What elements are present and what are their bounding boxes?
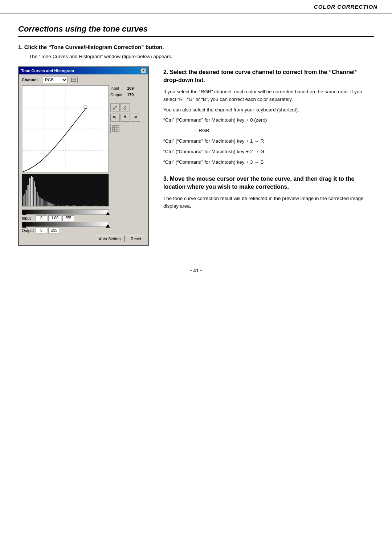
tone-curves-window: Tone Curves and Histogram × Channel RGB … xyxy=(18,66,149,246)
cursor-tool-group xyxy=(110,114,140,122)
output-fields-row: Output xyxy=(22,228,145,233)
input-slider-thumb-left[interactable] xyxy=(22,212,26,215)
curve-area-wrapper: Input 189 Output 170 xyxy=(22,85,145,172)
svg-rect-32 xyxy=(45,201,45,206)
output-slider-thumb-left[interactable] xyxy=(22,224,26,228)
shortcut-line-1: “Ctrl” (“Command” for Macintosh) key + 1… xyxy=(163,138,374,145)
step3-body: The tone curve correction result will be… xyxy=(163,195,374,210)
svg-rect-27 xyxy=(38,196,39,206)
output-value: 170 xyxy=(127,93,134,97)
svg-rect-30 xyxy=(42,199,43,206)
input-slider-wrapper xyxy=(22,209,145,215)
curve-tools: Input 189 Output 170 xyxy=(110,85,140,172)
left-col: Tone Curves and Histogram × Channel RGB … xyxy=(18,66,152,246)
io-input-row: Input 189 xyxy=(110,86,140,90)
auto-setting-button[interactable]: Auto Setting xyxy=(95,236,124,242)
output-slider-track[interactable] xyxy=(22,222,109,227)
curve-canvas xyxy=(22,85,109,172)
cursor-right-tool-btn[interactable] xyxy=(131,114,140,122)
step1-heading: 1. Click the “Tone Curves/Histogram Corr… xyxy=(18,44,374,50)
grid-tool-group xyxy=(110,124,140,133)
output-field-min[interactable] xyxy=(36,228,47,233)
shortcut-line-2: “Ctrl” (“Command” for Macintosh) key + 2… xyxy=(163,148,374,156)
svg-rect-43 xyxy=(62,205,63,206)
input-field-gamma[interactable] xyxy=(48,215,61,221)
svg-rect-41 xyxy=(55,204,56,206)
svg-rect-20 xyxy=(27,185,29,206)
output-field-max[interactable] xyxy=(48,228,60,233)
input-field-max[interactable] xyxy=(62,215,74,221)
reset-button[interactable]: Reset xyxy=(127,236,145,242)
input-slider-track[interactable] xyxy=(22,209,109,215)
svg-rect-46 xyxy=(83,205,87,206)
page-number: - 41 - xyxy=(18,268,374,273)
shortcut-block: “Ctrl” (“Command” for Macintosh) key + 0… xyxy=(163,117,374,166)
svg-rect-12 xyxy=(113,126,119,131)
svg-rect-31 xyxy=(44,200,44,206)
window-title: Tone Curves and Histogram xyxy=(21,69,74,73)
svg-rect-29 xyxy=(41,198,42,206)
svg-rect-21 xyxy=(29,178,30,206)
svg-rect-28 xyxy=(40,197,41,206)
right-col: 2. Select the desired tone curve channel… xyxy=(163,66,374,246)
channel-row: Channel RGB R G B xyxy=(22,77,145,83)
pencil-tool-btn[interactable] xyxy=(110,103,120,111)
step2-section: 2. Select the desired tone curve channel… xyxy=(163,68,374,166)
io-output-row: Output 170 xyxy=(110,93,140,97)
svg-rect-40 xyxy=(53,204,54,206)
step1-body: The “Tone Curves and Histogram” window (… xyxy=(29,53,374,61)
window-close-button[interactable]: × xyxy=(141,68,146,73)
svg-rect-47 xyxy=(94,205,97,206)
svg-rect-22 xyxy=(31,176,32,206)
output-slider-wrapper xyxy=(22,222,145,227)
input-label: Input xyxy=(110,86,126,90)
svg-rect-19 xyxy=(25,190,27,206)
svg-rect-24 xyxy=(34,181,35,206)
svg-rect-38 xyxy=(51,203,52,206)
svg-rect-18 xyxy=(24,194,25,206)
svg-rect-17 xyxy=(23,196,24,206)
input-field-min[interactable] xyxy=(36,215,47,221)
shortcut-arrow-0: → RGB xyxy=(192,127,374,135)
histogram-wrapper xyxy=(22,174,145,208)
histogram-canvas xyxy=(22,174,109,207)
window-body: Channel RGB R G B xyxy=(19,74,148,245)
section-title: Corrections using the tone curves xyxy=(18,24,374,37)
page-content: Corrections using the tone curves 1. Cli… xyxy=(0,13,392,295)
eraser-tool-btn[interactable] xyxy=(121,103,130,111)
svg-rect-44 xyxy=(65,205,69,206)
input-fields-row: Input xyxy=(22,215,145,221)
svg-rect-25 xyxy=(35,187,36,206)
svg-rect-39 xyxy=(52,204,53,206)
page-header: COLOR CORRECTION xyxy=(0,0,392,13)
svg-rect-35 xyxy=(48,202,49,206)
svg-rect-26 xyxy=(37,192,38,206)
output-bottom-label: Output xyxy=(22,228,34,233)
svg-rect-34 xyxy=(47,201,48,206)
bottom-buttons: Auto Setting Reset xyxy=(22,236,145,242)
channel-small-btn[interactable] xyxy=(70,77,78,83)
cursor-tool-btn[interactable] xyxy=(110,114,120,122)
header-title: COLOR CORRECTION xyxy=(314,4,377,10)
pencil-tool-group xyxy=(110,103,140,111)
step2-heading: 2. Select the desired tone curve channel… xyxy=(163,68,374,85)
two-col-layout: Tone Curves and Histogram × Channel RGB … xyxy=(18,66,374,246)
step3-section: 3. Move the mouse cursor over the tone c… xyxy=(163,175,374,210)
svg-rect-0 xyxy=(72,78,76,82)
step2-para2: You can also select the channel from you… xyxy=(163,106,374,114)
svg-rect-45 xyxy=(73,205,76,206)
step1-section: 1. Click the “Tone Curves/Histogram Corr… xyxy=(18,44,374,61)
grid-btn[interactable] xyxy=(110,124,121,133)
step3-heading: 3. Move the mouse cursor over the tone c… xyxy=(163,175,374,191)
output-slider-thumb-right[interactable] xyxy=(106,224,110,228)
window-titlebar: Tone Curves and Histogram × xyxy=(19,67,148,74)
input-slider-thumb-right[interactable] xyxy=(106,212,110,215)
output-label: Output xyxy=(110,93,126,97)
shortcut-line-0: “Ctrl” (“Command” for Macintosh) key + 0… xyxy=(163,117,374,124)
svg-rect-33 xyxy=(46,201,46,206)
step2-para1: If you select the “RGB” channel, each co… xyxy=(163,88,374,103)
svg-rect-37 xyxy=(50,203,51,206)
channel-label: Channel xyxy=(22,78,40,82)
channel-select[interactable]: RGB R G B xyxy=(42,77,68,83)
cursor-up-tool-btn[interactable] xyxy=(121,114,130,122)
